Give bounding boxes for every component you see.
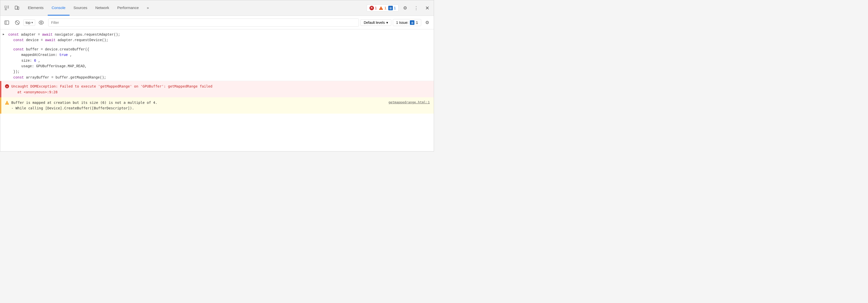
svg-text:☰: ☰ [411,21,413,24]
device-toggle-button[interactable] [12,3,21,12]
error-icon: ✕ [5,84,9,90]
more-options-button[interactable]: ⋮ [412,3,421,12]
tab-elements[interactable]: Elements [24,0,48,15]
warning-message: ! Buffer is mapped at creation but its s… [0,97,434,114]
error-main-text: Uncaught DOMException: Failed to execute… [11,83,430,89]
warning-main-text: Buffer is mapped at creation but its siz… [11,100,157,105]
error-circle-icon: ✕ [369,6,374,10]
expand-arrow-icon[interactable]: ▶ [3,32,4,37]
code-line-4: mappedAtCreation: true , [8,52,430,58]
sidebar-toggle-button[interactable] [2,18,11,27]
code-line-1: const adapter = await navigator.gpu.requ… [8,32,430,37]
code-entry: ▶ const adapter = await navigator.gpu.re… [0,29,434,81]
inspect-button[interactable] [2,3,11,12]
eye-button[interactable] [37,18,46,27]
tab-sources[interactable]: Sources [69,0,91,15]
context-selector[interactable]: top ▾ [23,19,35,26]
tab-network[interactable]: Network [91,0,113,15]
tab-more[interactable]: » [143,0,153,15]
svg-point-18 [40,22,42,23]
default-levels-button[interactable]: Default levels ▾ [361,19,391,26]
svg-rect-13 [5,21,9,24]
code-blank-1 [8,43,430,47]
close-button[interactable]: ✕ [423,3,432,12]
code-line-5: size: 6 , [8,58,430,63]
svg-text:!: ! [6,102,8,105]
toolbar-left [2,3,21,12]
svg-text:☰: ☰ [389,7,392,10]
warning-sub-text: - While calling [Device].CreateBuffer([B… [11,105,157,111]
console-settings-button[interactable]: ⚙ [423,18,432,27]
chevron-down-icon: ▾ [31,21,33,24]
issues-button[interactable]: 1 Issue: ☰ 1 [393,19,421,26]
svg-rect-0 [5,6,6,8]
levels-chevron-icon: ▾ [386,21,388,25]
settings-button[interactable]: ⚙ [401,3,410,12]
code-line-8: const arrayBuffer = buffer.getMappedRang… [8,75,430,80]
clear-console-button[interactable] [13,18,22,27]
tab-performance[interactable]: Performance [113,0,143,15]
svg-text:✕: ✕ [6,85,8,88]
svg-rect-7 [18,7,19,9]
tab-console[interactable]: Console [48,0,69,15]
svg-point-17 [39,21,43,24]
filter-input[interactable] [48,19,359,27]
code-line-3: const buffer = device.createBuffer({ [8,47,430,52]
svg-text:!: ! [381,7,381,10]
info-badge[interactable]: ☰ 1 [388,6,396,10]
tab-list: Elements Console Sources Network Perform… [24,0,153,15]
warning-triangle-icon: ! [379,6,383,10]
code-line-7: }); [8,69,430,74]
error-message: ✕ Uncaught DOMException: Failed to execu… [0,81,434,97]
info-square-icon: ☰ [388,6,393,10]
warning-text-block: Buffer is mapped at creation but its siz… [11,100,157,111]
badge-group: ✕ 1 ! 1 ☰ [367,4,399,11]
code-line-2: const device = await adapter.requestDevi… [8,37,430,43]
warning-icon: ! [5,100,9,106]
console-toolbar: top ▾ Default levels ▾ 1 Issue: ☰ 1 ⚙ [0,16,434,29]
console-content: ▶ const adapter = await navigator.gpu.re… [0,29,434,151]
issues-info-icon: ☰ [410,20,414,25]
warning-source-link[interactable]: getmappedrange.html:1 [389,100,430,105]
svg-line-16 [16,21,19,24]
code-line-6: usage: GPUBufferUsage.MAP_READ, [8,63,430,69]
devtools-panel: Elements Console Sources Network Perform… [0,0,434,152]
warning-badge[interactable]: ! 1 [379,6,386,10]
error-badge[interactable]: ✕ 1 [369,6,377,10]
tab-toolbar: Elements Console Sources Network Perform… [0,0,434,16]
error-sub-text: at <anonymous>:9:28 [11,89,430,95]
toolbar-right: ✕ 1 ! 1 ☰ [367,3,432,12]
